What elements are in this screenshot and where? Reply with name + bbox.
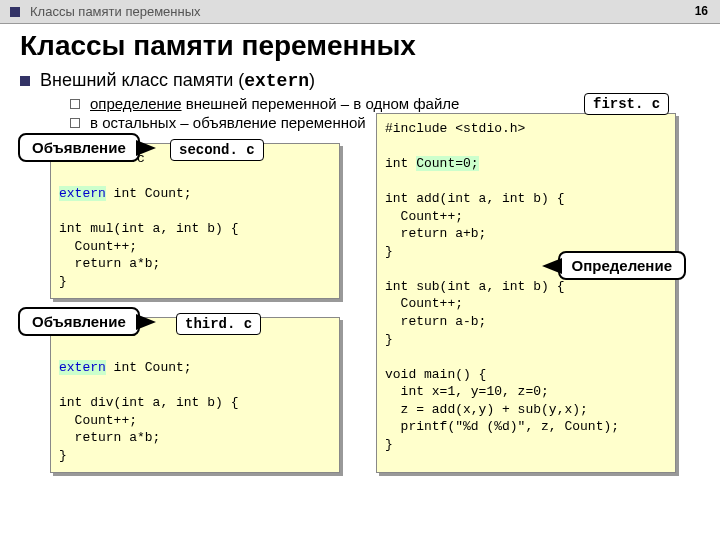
code-third: // third.c extern int Count; int div(int… [50,317,340,473]
extern-keyword: extern [244,71,309,91]
file-label-first: first. c [584,93,669,115]
def-highlight: Count=0; [416,156,478,171]
hollow-bullet-icon [70,99,80,109]
file-label-second: second. c [170,139,264,161]
callout-declaration-2: Объявление [18,307,140,336]
callout-declaration-1: Объявление [18,133,140,162]
level1-suffix: ) [309,70,315,90]
bullet-level1: Внешний класс памяти (extern) [20,70,700,91]
sub-b-text: в остальных – объявление переменной [90,114,366,131]
main-title: Классы памяти переменных [0,24,720,70]
code-second: // second.c extern int Count; int mul(in… [50,143,340,299]
sub-a-underline: определение [90,95,182,112]
level1-prefix: Внешний класс памяти ( [40,70,244,90]
callout-definition: Определение [558,251,686,280]
level1-text: Внешний класс памяти (extern) [40,70,315,91]
header-title: Классы памяти переменных [30,4,201,19]
square-bullet-icon [20,76,30,86]
sub-a-text: определение внешней переменной – в одном… [90,95,459,112]
header-bar: Классы памяти переменных 16 [0,0,720,24]
content-area: Внешний класс памяти (extern) определени… [0,70,720,507]
header-bullet [10,7,20,17]
file-label-third: third. c [176,313,261,335]
extern-hl2: extern [59,186,106,201]
hollow-bullet-icon [70,118,80,128]
code-area: #include <stdio.h> int Count=0; int add(… [20,137,700,507]
page-number: 16 [695,4,708,18]
extern-hl3: extern [59,360,106,375]
code-first: #include <stdio.h> int Count=0; int add(… [376,113,676,473]
